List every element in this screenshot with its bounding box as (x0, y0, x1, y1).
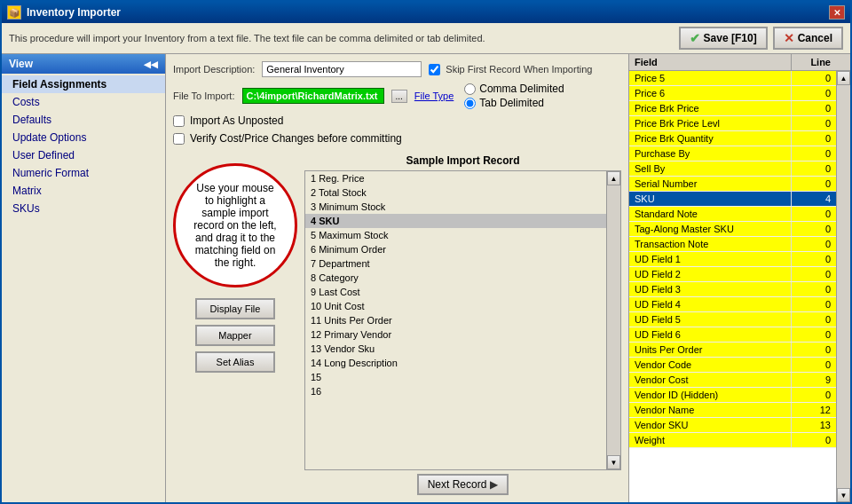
field-line-cell: 0 (792, 267, 836, 281)
next-record-area: Next Record ▶ (304, 474, 621, 495)
field-table-row[interactable]: UD Field 50 (629, 312, 836, 327)
sidebar-item-skus[interactable]: SKUs (2, 200, 165, 217)
field-table-row[interactable]: Serial Number0 (629, 177, 836, 192)
sample-list-item[interactable]: 3 Minimum Stock (305, 200, 606, 214)
field-name-cell: UD Field 5 (629, 312, 792, 327)
right-scroll-track (837, 85, 850, 488)
sample-list-item[interactable]: 7 Department (305, 256, 606, 271)
field-table-row[interactable]: Weight0 (629, 433, 836, 448)
right-scrollbar[interactable]: ▲ ▼ (836, 71, 850, 502)
field-table-row[interactable]: Vendor SKU13 (629, 418, 836, 433)
check-icon: ✔ (690, 31, 700, 45)
title-bar: 📦 Inventory Importer ✕ (2, 2, 850, 23)
sample-list: 1 Reg. Price2 Total Stock3 Minimum Stock… (305, 171, 606, 469)
sample-list-item[interactable]: 1 Reg. Price (305, 171, 606, 185)
field-table-row[interactable]: Vendor Cost9 (629, 373, 836, 388)
tab-delimited-radio[interactable] (464, 98, 476, 109)
sidebar-item-defaults[interactable]: Defaults (2, 111, 165, 129)
field-table-row[interactable]: Price Brk Price0 (629, 101, 836, 116)
sample-list-item[interactable]: 6 Minimum Order (305, 242, 606, 256)
sidebar-item-field-assignments[interactable]: Field Assignments (2, 75, 165, 93)
sample-list-item[interactable]: 4 SKU (305, 214, 606, 228)
field-line-cell: 0 (792, 71, 836, 85)
field-table-row[interactable]: Vendor ID (Hidden)0 (629, 388, 836, 403)
field-name-cell: Standard Note (629, 207, 792, 221)
skip-first-record-checkbox[interactable] (429, 64, 440, 75)
field-line-cell: 4 (792, 192, 836, 206)
sample-list-item[interactable]: 14 Long Description (305, 356, 606, 370)
sidebar-item-user-defined[interactable]: User Defined (2, 146, 165, 164)
import-description-input[interactable] (262, 61, 422, 77)
sample-list-item[interactable]: 11 Units Per Order (305, 313, 606, 327)
scroll-down-button[interactable]: ▼ (607, 455, 620, 469)
sample-list-item[interactable]: 8 Category (305, 271, 606, 285)
file-path-input[interactable] (242, 88, 384, 104)
center-panel: Import Description: Skip First Record Wh… (166, 54, 628, 502)
display-file-button[interactable]: Display File (195, 298, 275, 319)
comma-delimited-radio[interactable] (464, 83, 476, 95)
field-line-cell: 0 (792, 282, 836, 296)
set-alias-button[interactable]: Set Alias (195, 351, 275, 373)
field-name-cell: UD Field 6 (629, 327, 792, 342)
right-panel: Field Line Price 50Price 60Price Brk Pri… (628, 54, 850, 502)
skip-first-record-label: Skip First Record When Importing (446, 64, 592, 75)
sidebar-item-update-options[interactable]: Update Options (2, 129, 165, 146)
comma-delimited-label: Comma Delimited (479, 83, 564, 95)
right-scroll-up[interactable]: ▲ (837, 71, 850, 85)
sample-list-item[interactable]: 2 Total Stock (305, 185, 606, 200)
field-table-row[interactable]: Tag-Along Master SKU0 (629, 222, 836, 237)
sample-list-item[interactable]: 10 Unit Cost (305, 299, 606, 313)
field-line-cell: 13 (792, 418, 836, 432)
sidebar-item-costs[interactable]: Costs (2, 93, 165, 111)
field-name-cell: UD Field 4 (629, 297, 792, 311)
sample-scrollbar[interactable]: ▲ ▼ (606, 171, 620, 469)
next-record-button[interactable]: Next Record ▶ (417, 474, 509, 495)
right-scroll-down[interactable]: ▼ (837, 488, 850, 502)
field-table-row[interactable]: Price Brk Price Levl0 (629, 116, 836, 131)
import-unposted-checkbox[interactable] (173, 115, 185, 127)
sample-list-item[interactable]: 16 (305, 384, 606, 398)
field-table-row[interactable]: Standard Note0 (629, 207, 836, 222)
sample-list-item[interactable]: 15 (305, 370, 606, 384)
field-table-row[interactable]: UD Field 20 (629, 267, 836, 282)
field-table-row[interactable]: Sell By0 (629, 161, 836, 177)
sample-list-item[interactable]: 12 Primary Vendor (305, 327, 606, 342)
field-table-row[interactable]: UD Field 30 (629, 282, 836, 297)
sample-list-item[interactable]: 13 Vendor Sku (305, 342, 606, 356)
browse-button[interactable]: ... (391, 90, 407, 103)
field-name-cell: Price Brk Quantity (629, 131, 792, 146)
window-title: Inventory Importer (27, 6, 121, 19)
field-table-row[interactable]: SKU4 (629, 192, 836, 207)
field-line-cell: 0 (792, 237, 836, 251)
field-table-row[interactable]: Purchase By0 (629, 146, 836, 161)
field-table-row[interactable]: Price Brk Quantity0 (629, 131, 836, 146)
field-table-row[interactable]: UD Field 10 (629, 252, 836, 267)
field-table-row[interactable]: UD Field 60 (629, 327, 836, 343)
mapper-button[interactable]: Mapper (195, 325, 275, 346)
skip-first-record-area: Skip First Record When Importing (429, 64, 592, 75)
next-record-arrow: ▶ (490, 478, 498, 491)
field-line-cell: 0 (792, 161, 836, 176)
collapse-icon[interactable]: ◀◀ (144, 59, 158, 69)
instructions-area: Use your mouse to highlight a sample imp… (173, 154, 297, 495)
cancel-button[interactable]: ✕ Cancel (773, 27, 843, 50)
field-table-row[interactable]: Price 50 (629, 71, 836, 86)
field-table-row[interactable]: Price 60 (629, 86, 836, 101)
scroll-up-button[interactable]: ▲ (607, 171, 620, 185)
field-table-row[interactable]: Vendor Name12 (629, 403, 836, 418)
field-table-row[interactable]: UD Field 40 (629, 297, 836, 312)
sidebar-item-matrix[interactable]: Matrix (2, 182, 165, 200)
save-button[interactable]: ✔ Save [F10] (679, 27, 768, 50)
verify-cost-checkbox[interactable] (173, 133, 185, 145)
field-table-row[interactable]: Units Per Order0 (629, 343, 836, 358)
sidebar-item-numeric-format[interactable]: Numeric Format (2, 164, 165, 182)
sample-list-item[interactable]: 5 Maximum Stock (305, 228, 606, 242)
field-table-row[interactable]: Vendor Code0 (629, 358, 836, 373)
field-name-cell: Vendor Code (629, 358, 792, 372)
field-table-row[interactable]: Transaction Note0 (629, 237, 836, 252)
sample-list-item[interactable]: 9 Last Cost (305, 285, 606, 299)
close-button[interactable]: ✕ (829, 5, 845, 20)
file-type-link[interactable]: File Type (414, 91, 454, 101)
field-name-cell: UD Field 3 (629, 282, 792, 296)
file-type-area: File Type Comma Delimited Tab Delimited (414, 83, 564, 109)
